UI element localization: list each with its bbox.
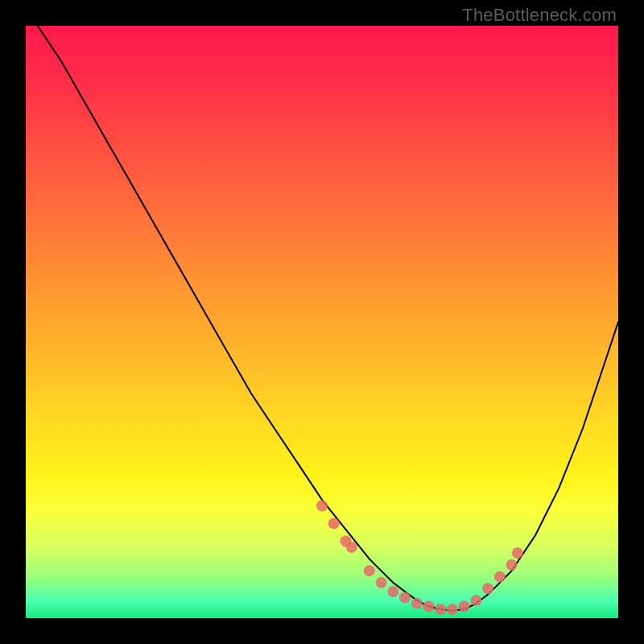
curve-marker (512, 547, 523, 559)
curve-marker (411, 598, 423, 609)
attribution-text: TheBottleneck.com (462, 5, 617, 26)
curve-marker (482, 583, 493, 594)
curve-marker (399, 592, 411, 603)
curve-marker (328, 518, 340, 529)
curve-marker (364, 565, 375, 576)
curve-marker (494, 572, 506, 583)
plot-area (26, 26, 618, 618)
curve-marker (346, 542, 357, 553)
bottleneck-curve (38, 26, 618, 610)
curve-marker (506, 559, 518, 571)
chart-svg (26, 26, 618, 618)
curve-marker (435, 604, 446, 615)
curve-marker (423, 601, 435, 612)
chart-frame: TheBottleneck.com (0, 0, 644, 644)
curve-marker (459, 601, 470, 612)
curve-markers (316, 500, 523, 615)
curve-marker (376, 577, 387, 588)
curve-marker (387, 586, 398, 597)
curve-marker (316, 500, 328, 511)
curve-marker (470, 595, 481, 606)
curve-marker (447, 604, 458, 615)
